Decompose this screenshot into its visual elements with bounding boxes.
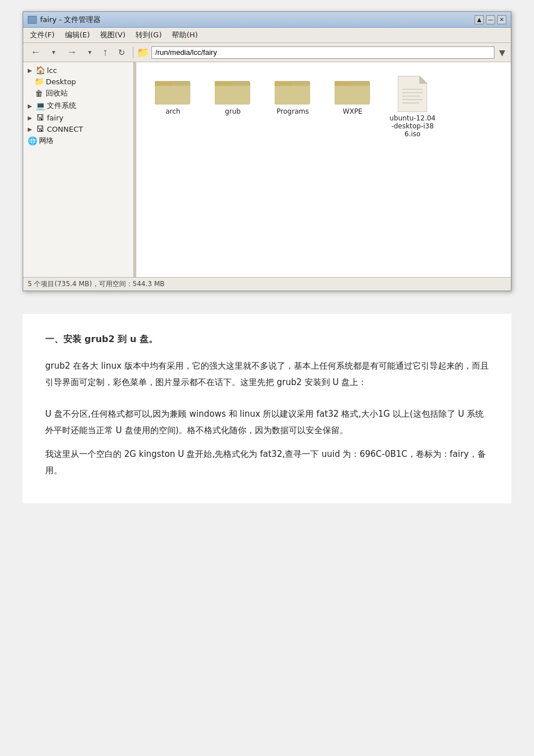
- sidebar-item-network[interactable]: 🌐 网络: [23, 135, 136, 147]
- minimize-button[interactable]: —: [486, 15, 495, 24]
- titlebar-buttons: ▲ — ✕: [475, 15, 506, 24]
- maximize-button[interactable]: ▲: [475, 15, 484, 24]
- toolbar: ← ▼ → ▼ ↑ ↻ 📁 ▼: [23, 43, 511, 62]
- close-button[interactable]: ✕: [497, 15, 506, 24]
- forward-button[interactable]: →: [63, 45, 81, 60]
- address-input[interactable]: [151, 46, 494, 59]
- sidebar: ▶ 🏠 lcc 📁 Desktop 🗑 回收站 ▶ 💻 文件系统 ▶ 🖫 fa: [23, 62, 136, 277]
- arrow-connect: ▶: [28, 126, 33, 132]
- folder-icon-desktop: 📁: [34, 77, 44, 86]
- folder-icon-programs: [275, 76, 311, 105]
- window-title: fairy - 文件管理器: [40, 15, 101, 25]
- arrow-fairy: ▶: [28, 115, 33, 121]
- folder-icon-wxpe: [335, 76, 371, 105]
- svg-rect-10: [335, 84, 370, 104]
- address-dropdown[interactable]: ▼: [497, 47, 507, 58]
- sidebar-item-trash[interactable]: 🗑 回收站: [23, 87, 136, 100]
- sidebar-item-lcc[interactable]: ▶ 🏠 lcc: [23, 64, 136, 76]
- window-icon: [28, 16, 37, 24]
- forward-dropdown[interactable]: ▼: [83, 47, 97, 57]
- sidebar-label-trash: 回收站: [46, 88, 68, 98]
- menubar: 文件(F) 编辑(E) 视图(V) 转到(G) 帮助(H): [23, 28, 511, 43]
- back-dropdown[interactable]: ▼: [47, 47, 60, 57]
- statusbar-text: 5 个项目(735.4 MB)，可用空间：544.3 MB: [28, 280, 164, 288]
- address-bar: [151, 46, 494, 59]
- titlebar: fairy - 文件管理器 ▲ — ✕: [23, 12, 511, 28]
- sidebar-label-desktop: Desktop: [46, 77, 76, 86]
- folder-icon-lcc: 🏠: [36, 66, 45, 75]
- folder-icon-small: 📁: [137, 46, 149, 58]
- article-paragraph-2: U 盘不分区,任何格式都可以,因为兼顾 windows 和 linux 所以建议…: [45, 406, 489, 438]
- statusbar: 5 个项目(735.4 MB)，可用空间：544.3 MB: [23, 277, 511, 291]
- menu-file[interactable]: 文件(F): [25, 29, 59, 41]
- sidebar-label-filesystem: 文件系统: [47, 101, 76, 111]
- svg-rect-5: [215, 81, 232, 86]
- svg-rect-7: [275, 84, 310, 104]
- sidebar-resize-handle[interactable]: [133, 62, 136, 277]
- sidebar-item-connect[interactable]: ▶ 🖫 CONNECT: [23, 123, 136, 135]
- file-manager-window: fairy - 文件管理器 ▲ — ✕ 文件(F) 编辑(E) 视图(V) 转到…: [23, 11, 511, 291]
- file-item-wxpe[interactable]: WXPE: [327, 74, 378, 118]
- refresh-button[interactable]: ↻: [114, 46, 129, 59]
- menu-go[interactable]: 转到(G): [131, 29, 166, 41]
- arrow-lcc: ▶: [28, 67, 33, 74]
- svg-rect-2: [155, 81, 172, 86]
- folder-icon-grub: [215, 76, 251, 105]
- file-label-arch: arch: [166, 107, 180, 115]
- trash-icon: 🗑: [34, 89, 44, 98]
- svg-rect-8: [275, 81, 292, 86]
- usb-icon-fairy: 🖫: [36, 113, 45, 122]
- sidebar-item-fairy[interactable]: ▶ 🖫 fairy: [23, 112, 136, 123]
- file-item-arch[interactable]: arch: [147, 74, 198, 118]
- sidebar-label-connect: CONNECT: [47, 125, 83, 133]
- file-item-grub[interactable]: grub: [207, 74, 258, 118]
- arrow-filesystem: ▶: [28, 103, 33, 109]
- article-paragraph-3: 我这里从一个空白的 2G kingston U 盘开始,先格式化为 fat32,…: [45, 446, 489, 478]
- sidebar-item-filesystem[interactable]: ▶ 💻 文件系统: [23, 100, 136, 112]
- folder-icon-arch: [155, 76, 191, 105]
- file-area: arch grub: [136, 62, 511, 277]
- menu-view[interactable]: 视图(V): [95, 29, 130, 41]
- svg-rect-11: [335, 81, 351, 86]
- sidebar-label-lcc: lcc: [47, 66, 57, 75]
- menu-help[interactable]: 帮助(H): [167, 29, 202, 41]
- svg-rect-4: [215, 84, 250, 104]
- file-label-programs: Programs: [277, 107, 309, 115]
- file-label-ubuntu: ubuntu-12.04-desktop-i386.iso: [389, 114, 436, 138]
- iso-icon: [398, 76, 427, 112]
- network-icon: 🌐: [28, 136, 37, 145]
- file-label-grub: grub: [225, 107, 241, 115]
- svg-rect-1: [155, 84, 190, 104]
- content-area: ▶ 🏠 lcc 📁 Desktop 🗑 回收站 ▶ 💻 文件系统 ▶ 🖫 fa: [23, 62, 511, 277]
- menu-edit[interactable]: 编辑(E): [60, 29, 94, 41]
- file-item-programs[interactable]: Programs: [267, 74, 318, 118]
- blank-line-1: [45, 398, 489, 406]
- up-button[interactable]: ↑: [99, 45, 112, 60]
- sidebar-item-desktop[interactable]: 📁 Desktop: [23, 76, 136, 87]
- titlebar-left: fairy - 文件管理器: [28, 15, 101, 25]
- back-button[interactable]: ←: [27, 45, 45, 60]
- sidebar-label-network: 网络: [39, 136, 54, 146]
- hdd-icon: 💻: [36, 101, 45, 110]
- usb-icon-connect: 🖫: [36, 124, 45, 133]
- file-label-wxpe: WXPE: [343, 107, 363, 115]
- article-paragraph-1: grub2 在各大 linux 版本中均有采用，它的强大这里就不多说了，基本上任…: [45, 358, 489, 390]
- article: 一、安装 grub2 到 u 盘。 grub2 在各大 linux 版本中均有采…: [23, 314, 511, 503]
- toolbar-separator: [133, 47, 133, 58]
- sidebar-label-fairy: fairy: [47, 114, 63, 122]
- section-title-1: 一、安装 grub2 到 u 盘。: [45, 331, 489, 348]
- file-item-ubuntu-iso[interactable]: ubuntu-12.04-desktop-i386.iso: [387, 74, 438, 140]
- file-grid: arch grub: [142, 68, 505, 146]
